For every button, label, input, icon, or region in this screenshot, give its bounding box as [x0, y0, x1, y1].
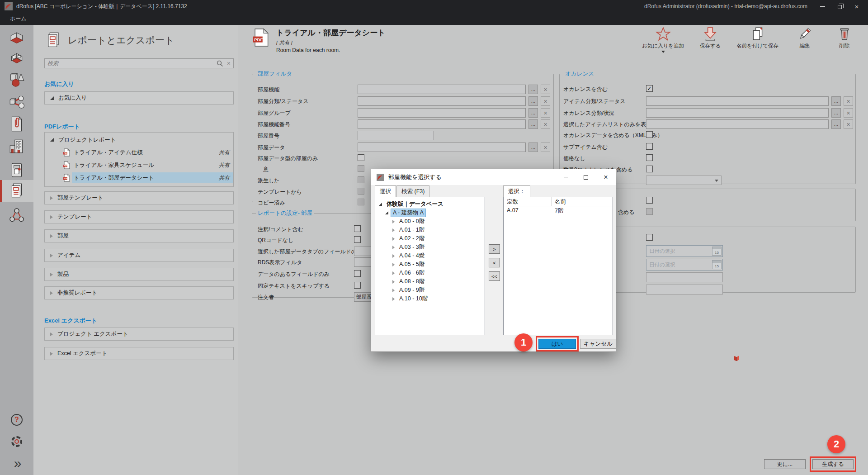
search-input[interactable]	[45, 60, 217, 66]
clear-button[interactable]: ×	[844, 119, 853, 129]
group-rooms[interactable]: 部屋	[44, 229, 234, 242]
group-excel-export[interactable]: Excel エクスポート	[44, 347, 234, 360]
no-qr-checkbox[interactable]	[354, 236, 361, 243]
date-from-picker[interactable]: 日付の選択 15	[646, 245, 723, 257]
tab-search[interactable]: 検索 (F3)	[396, 185, 429, 197]
lookup-button[interactable]: …	[831, 96, 841, 106]
room-classification-input[interactable]	[358, 96, 526, 106]
clear-search-icon[interactable]: ×	[227, 60, 231, 67]
project-reports-group[interactable]: プロジェクトレポート	[45, 134, 116, 145]
skip-fixed-text-checkbox[interactable]	[354, 282, 361, 289]
lookup-button[interactable]: …	[528, 119, 538, 129]
group-room-templates[interactable]: 部屋テンプレート	[44, 191, 234, 204]
include-subitems-checkbox[interactable]	[646, 143, 653, 150]
menu-home[interactable]: ホーム	[10, 15, 27, 23]
room-function-number-input[interactable]	[358, 119, 526, 129]
move-left-button[interactable]: <	[489, 258, 500, 267]
lookup-button[interactable]: …	[528, 96, 538, 106]
item-classification-input[interactable]	[646, 96, 829, 106]
lookup-button[interactable]: …	[528, 108, 538, 118]
group-project-export[interactable]: プロジェクト エクスポート	[44, 328, 234, 341]
sidebar-item-room-templates[interactable]	[0, 49, 33, 70]
tab-select[interactable]: 選択	[375, 185, 396, 197]
sidebar-item-items[interactable]	[0, 69, 33, 90]
occurrence-classification-input[interactable]	[646, 108, 829, 118]
tree-node-floor[interactable]: A.08 - 8階	[375, 277, 485, 286]
column-constant[interactable]: 定数	[504, 197, 552, 206]
group-items[interactable]: アイテム	[44, 249, 234, 262]
sidebar-item-buildings[interactable]	[0, 136, 33, 157]
group-deprecated-reports[interactable]: 非推奨レポート	[44, 286, 234, 299]
save-as-button[interactable]: 名前を付けて保存	[736, 26, 778, 53]
occurrence-option-dropdown[interactable]	[646, 176, 722, 185]
tree-node-floor[interactable]: A.00 - 0階	[375, 217, 485, 226]
sidebar-item-relations[interactable]	[0, 205, 33, 226]
include-occurrence-data-checkbox[interactable]	[646, 131, 653, 138]
date-filter-checkbox[interactable]	[646, 234, 653, 241]
include-comments-checkbox[interactable]	[354, 225, 361, 232]
restore-icon[interactable]	[836, 4, 843, 9]
move-all-left-button[interactable]: <<	[489, 271, 500, 281]
report-item-furniture-schedule[interactable]: PDF トライアル・家具スケジュール 共有	[45, 159, 233, 171]
include-occurrences-checkbox[interactable]: ✓	[646, 85, 653, 92]
help-icon[interactable]: ?	[0, 409, 33, 430]
save-button[interactable]: 保存する	[697, 26, 724, 53]
lookup-button[interactable]: …	[528, 85, 538, 94]
include-zero-qty-checkbox[interactable]	[646, 166, 653, 172]
clear-button[interactable]: ×	[541, 142, 550, 152]
clear-button[interactable]: ×	[844, 96, 853, 106]
room-group-input[interactable]	[358, 108, 526, 118]
clear-button[interactable]: ×	[541, 108, 550, 118]
minimize-icon[interactable]	[819, 4, 826, 9]
tree-node-floor[interactable]: A.09 - 9階	[375, 286, 485, 294]
group-products[interactable]: 製品	[44, 268, 234, 281]
report-item-room-datasheet[interactable]: PDF トライアル・部屋データシート 共有	[45, 171, 233, 184]
clear-button[interactable]: ×	[541, 96, 550, 106]
lookup-button[interactable]: …	[528, 142, 538, 152]
add-favorite-button[interactable]: お気に入りを追加	[642, 26, 684, 53]
tree-node-floor[interactable]: A.05 - 5階	[375, 260, 485, 269]
selected-item-list-input[interactable]	[646, 119, 829, 129]
clear-button[interactable]: ×	[541, 119, 550, 129]
sidebar-item-reports[interactable]	[0, 180, 33, 202]
report-item-item-spec[interactable]: PDF トライアル・アイテム仕様 共有	[45, 146, 233, 159]
tree-node-floor[interactable]: A.01 - 1階	[375, 226, 485, 234]
lookup-button[interactable]: …	[831, 108, 841, 118]
tree-node-database[interactable]: 体験版｜データベース	[375, 200, 485, 209]
calendar-icon[interactable]: 15	[712, 260, 722, 269]
room-data-type-checkbox[interactable]	[358, 154, 364, 161]
sidebar-item-rooms[interactable]	[0, 28, 33, 49]
close-icon[interactable]: ×	[854, 4, 860, 9]
tree-node-floor[interactable]: A.06 - 6階	[375, 269, 485, 277]
sidebar-item-products[interactable]	[0, 160, 33, 180]
book-icon[interactable]	[733, 355, 740, 362]
sidebar-item-documents[interactable]	[0, 114, 33, 134]
clear-button[interactable]: ×	[541, 85, 550, 94]
calendar-icon[interactable]: 15	[712, 247, 722, 256]
fields-with-data-checkbox[interactable]	[354, 270, 361, 277]
lookup-button[interactable]: …	[831, 119, 841, 129]
column-name[interactable]: 名前	[552, 197, 601, 206]
no-price-checkbox[interactable]	[646, 154, 653, 161]
search-icon[interactable]	[217, 60, 223, 67]
room-number-input[interactable]	[358, 131, 434, 140]
yes-button[interactable]: はい	[538, 339, 576, 349]
room-function-input[interactable]	[358, 85, 526, 94]
delete-button[interactable]: 削除	[831, 26, 858, 53]
tree-node-floor[interactable]: A.03 - 3階	[375, 243, 485, 252]
settings-gear-icon[interactable]	[0, 431, 33, 452]
sidebar-item-systems[interactable]	[0, 92, 33, 113]
date-to-picker[interactable]: 日付の選択 15	[646, 259, 723, 271]
move-right-button[interactable]: >	[489, 244, 500, 254]
expand-sidebar-icon[interactable]: »	[0, 453, 33, 474]
room-data-input[interactable]	[358, 142, 526, 152]
dialog-maximize-icon[interactable]	[576, 169, 596, 185]
tree-node-floor[interactable]: A.04 - 4愛	[375, 252, 485, 260]
clear-button[interactable]: ×	[844, 108, 853, 118]
tree-node-floor[interactable]: A.10 - 10階	[375, 294, 485, 303]
extra-field-1[interactable]	[646, 272, 723, 282]
tree-node-building-a[interactable]: A - 建築物 A	[375, 209, 485, 217]
more-button[interactable]: 更に...	[764, 459, 806, 469]
option-checkbox[interactable]	[646, 197, 653, 204]
table-row[interactable]: A.07 7階	[504, 206, 613, 215]
